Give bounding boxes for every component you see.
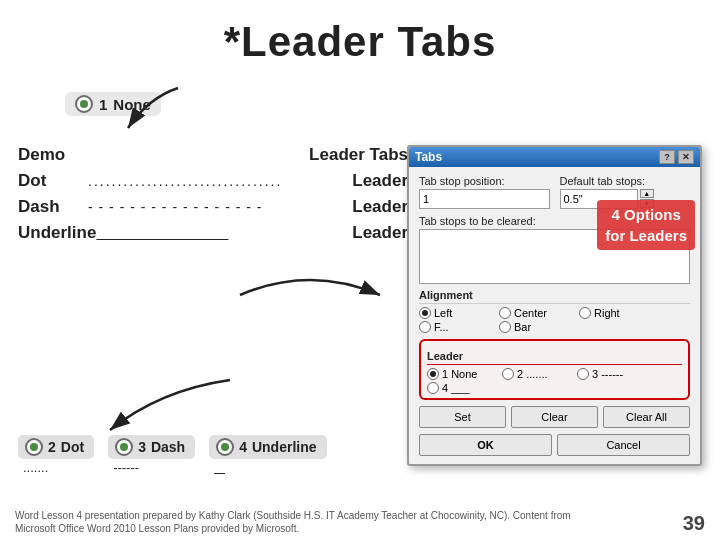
leader-none-radio [427, 368, 439, 380]
radio-2-sub: ....... [18, 460, 94, 475]
align-right-radio [579, 307, 591, 319]
leader-label: Leader [427, 350, 682, 365]
radio-item-2: 2 Dot [18, 435, 94, 459]
default-up-button[interactable]: ▲ [640, 189, 654, 198]
title-text: Leader Tabs [241, 18, 496, 65]
demo-section: Demo Leader Tabs Dot ...................… [18, 145, 408, 249]
tab-stop-label: Tab stop position: [419, 175, 550, 187]
clear-all-button[interactable]: Clear All [603, 406, 690, 428]
leader-dash-radio [577, 368, 589, 380]
demo-row-1: Dot ................................. Le… [18, 171, 408, 191]
demo-row-2: Dash - - - - - - - - - - - - - - - - - L… [18, 197, 408, 217]
dialog-title: Tabs [415, 150, 442, 164]
align-f[interactable]: F... [419, 321, 499, 333]
demo-leader-1: ................................. [88, 173, 298, 189]
dialog-close-button[interactable]: ✕ [678, 150, 694, 164]
tab-stop-input[interactable] [419, 189, 550, 209]
demo-right-2: Leader [298, 197, 408, 217]
arrow-bottom [100, 370, 240, 450]
demo-right-1: Leader [298, 171, 408, 191]
align-bar[interactable]: Bar [499, 321, 579, 333]
demo-leader-2: - - - - - - - - - - - - - - - - - [88, 199, 298, 215]
align-f-label: F... [434, 321, 449, 333]
radio-circle-1 [75, 95, 93, 113]
leader-underline-radio [427, 382, 439, 394]
align-center-label: Center [514, 307, 547, 319]
radio-1-number: 1 [99, 96, 107, 113]
leader-section: Leader 1 None 2 ....... 3 ------ [419, 339, 690, 400]
radio-2-circle [25, 438, 43, 456]
annotation-box: 4 Options for Leaders [597, 200, 695, 250]
leader-dot-radio [502, 368, 514, 380]
leader-none[interactable]: 1 None [427, 368, 502, 380]
annotation-line1: 4 Options [612, 206, 681, 223]
demo-right-0: Leader Tabs [298, 145, 408, 165]
align-f-radio [419, 321, 431, 333]
footer-credit: Word Lesson 4 presentation prepared by K… [15, 509, 595, 535]
annotation-line2: for Leaders [605, 227, 687, 244]
demo-row-0: Demo Leader Tabs [18, 145, 408, 165]
default-label: Default tab stops: [560, 175, 691, 187]
align-left[interactable]: Left [419, 307, 499, 319]
slide: *Leader Tabs 1 None Demo Leader Tabs Dot… [0, 0, 720, 540]
leader-underline-label: 4 ___ [442, 382, 470, 394]
align-bar-label: Bar [514, 321, 531, 333]
demo-right-3: Leader [298, 223, 408, 243]
dialog-help-button[interactable]: ? [659, 150, 675, 164]
leader-dash[interactable]: 3 ------ [577, 368, 652, 380]
demo-label-0: Demo [18, 145, 88, 165]
set-button[interactable]: Set [419, 406, 506, 428]
leader-options: 1 None 2 ....... 3 ------ 4 ___ [427, 368, 682, 394]
radio-4-number: 4 [239, 439, 247, 455]
cancel-button[interactable]: Cancel [557, 434, 690, 456]
tab-stop-col: Tab stop position: [419, 175, 550, 209]
alignment-options: Left Center Right F... Bar [419, 307, 690, 333]
radio-4-sub [209, 460, 326, 475]
leader-underline[interactable]: 4 ___ [427, 382, 502, 394]
title-asterisk: * [224, 18, 241, 65]
align-left-label: Left [434, 307, 452, 319]
align-right[interactable]: Right [579, 307, 659, 319]
radio-2-number: 2 [48, 439, 56, 455]
radio-item-2-container: 2 Dot ....... [18, 435, 94, 475]
slide-title: *Leader Tabs [0, 18, 720, 66]
dialog-titlebar-buttons: ? ✕ [659, 150, 694, 164]
demo-row-3: Underline Leader [18, 223, 408, 243]
dialog-action-buttons: Set Clear Clear All [419, 406, 690, 428]
dialog-titlebar: Tabs ? ✕ [409, 147, 700, 167]
clear-button[interactable]: Clear [511, 406, 598, 428]
demo-label-1: Dot [18, 171, 88, 191]
demo-label-2: Dash [18, 197, 88, 217]
align-bar-radio [499, 321, 511, 333]
leader-dash-label: 3 ------ [592, 368, 623, 380]
align-left-radio [419, 307, 431, 319]
footer: Word Lesson 4 presentation prepared by K… [0, 509, 720, 535]
radio-2-label: Dot [61, 439, 84, 455]
arrow-middle [230, 260, 390, 330]
leader-none-label: 1 None [442, 368, 477, 380]
align-center[interactable]: Center [499, 307, 579, 319]
arrow-top [118, 83, 198, 143]
radio-3-sub: ------ [108, 460, 195, 475]
demo-leader-3 [96, 225, 298, 241]
demo-label-3: Underline [18, 223, 96, 243]
align-right-label: Right [594, 307, 620, 319]
leader-dot-label: 2 ....... [517, 368, 548, 380]
ok-button[interactable]: OK [419, 434, 552, 456]
align-center-radio [499, 307, 511, 319]
footer-page-number: 39 [683, 512, 705, 535]
leader-dot[interactable]: 2 ....... [502, 368, 577, 380]
dialog-ok-row: OK Cancel [419, 434, 690, 456]
radio-4-label: Underline [252, 439, 317, 455]
alignment-label: Alignment [419, 289, 690, 304]
tabs-dialog: Tabs ? ✕ Tab stop position: Default tab … [407, 145, 702, 466]
